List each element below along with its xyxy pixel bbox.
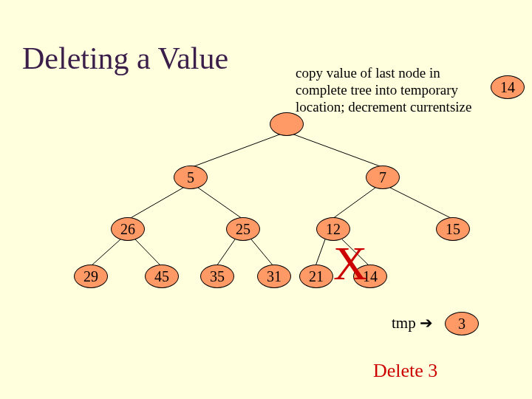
svg-line-8: [216, 239, 235, 266]
tmp-text: tmp: [392, 314, 416, 332]
node-29: 29: [74, 265, 108, 288]
arrow-icon: ➔: [420, 314, 433, 331]
svg-line-1: [292, 134, 382, 167]
tree-edges: [0, 0, 532, 399]
node-31: 31: [257, 265, 291, 288]
node-15: 15: [436, 217, 470, 241]
node-26: 26: [111, 217, 145, 241]
delete-label: Delete 3: [373, 360, 437, 382]
node-5: 5: [174, 166, 208, 189]
node-root: [270, 112, 304, 136]
svg-line-2: [129, 188, 183, 219]
node-21: 21: [299, 265, 333, 288]
node-7: 7: [366, 166, 400, 189]
node-45: 45: [145, 265, 179, 288]
tmp-label: tmp ➔: [392, 314, 433, 332]
svg-line-9: [251, 239, 273, 266]
svg-line-6: [91, 239, 120, 266]
cross-mark: X: [333, 236, 367, 291]
svg-line-7: [135, 239, 161, 266]
node-35: 35: [200, 265, 234, 288]
svg-line-0: [192, 134, 282, 167]
node-14-side: 14: [491, 75, 525, 99]
svg-line-10: [316, 239, 325, 266]
node-25: 25: [226, 217, 260, 241]
svg-line-5: [390, 188, 452, 219]
node-3: 3: [445, 312, 479, 335]
svg-line-4: [332, 188, 375, 219]
svg-line-3: [198, 188, 242, 219]
